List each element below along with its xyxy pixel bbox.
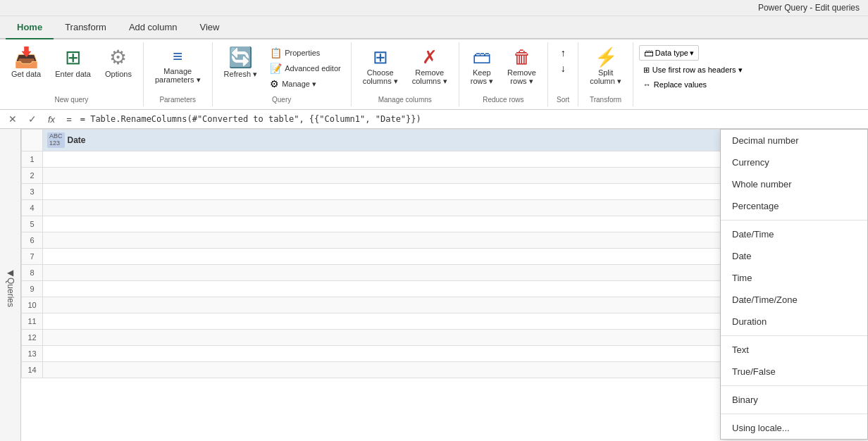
dropdown-item-truefalse[interactable]: True/False — [721, 361, 867, 383]
data-type-dropdown: Decimal numberCurrencyWhole numberPercen… — [720, 129, 868, 440]
row-number: 7 — [22, 248, 43, 264]
row-number: 8 — [22, 264, 43, 280]
remove-rows-label: Removerows ▾ — [507, 68, 536, 86]
dropdown-item-decimal[interactable]: Decimal number — [721, 130, 867, 151]
row-number: 10 — [22, 297, 43, 313]
ribbon-group-reduce-rows: 🗃 Keeprows ▾ 🗑 Removerows ▾ Reduce rows — [459, 42, 548, 106]
options-icon: ⚙ — [109, 48, 127, 68]
ribbon-group-new-query: 📥 Get data ⊞ Enter data ⚙ Options New qu… — [0, 42, 144, 106]
choose-columns-label: Choosecolumns ▾ — [363, 68, 398, 86]
queries-sidebar[interactable]: ◀ Queries — [0, 129, 21, 441]
row-number: 13 — [22, 345, 43, 361]
ribbon-query-col: 📋 Properties 📝 Advanced editor ⚙ Manage … — [266, 45, 345, 92]
dropdown-item-binary[interactable]: Binary — [721, 389, 867, 411]
properties-icon: 📋 — [270, 47, 282, 58]
tab-home[interactable]: Home — [6, 16, 54, 39]
dropdown-item-datetimezone[interactable]: Date/Time/Zone — [721, 289, 867, 311]
dropdown-item-time[interactable]: Time — [721, 267, 867, 289]
remove-columns-icon: ✗ — [422, 48, 438, 66]
tab-add-column[interactable]: Add column — [118, 16, 189, 38]
options-label: Options — [105, 70, 132, 78]
data-type-chevron: ▾ — [690, 49, 694, 58]
advanced-editor-button[interactable]: 📝 Advanced editor — [266, 61, 345, 76]
data-type-button[interactable]: 🗃 Data type ▾ — [639, 45, 699, 61]
dropdown-item-text[interactable]: Text — [721, 339, 867, 361]
properties-button[interactable]: 📋 Properties — [266, 45, 345, 61]
ribbon-group-query: 🔄 Refresh ▾ 📋 Properties 📝 Advanced edit… — [213, 42, 352, 106]
ribbon-group-transform: ⚡ Splitcolumn ▾ Transform — [578, 42, 633, 106]
enter-data-icon: ⊞ — [65, 48, 81, 68]
sort-desc-icon: ↓ — [561, 63, 566, 74]
manage-button[interactable]: ⚙ Manage ▾ — [266, 76, 345, 92]
keep-rows-icon: 🗃 — [473, 48, 491, 66]
ribbon-group-label-parameters: Parameters — [156, 94, 199, 106]
content-wrapper: ABC 123 Date ▼ 1 1/1/2019 2 1/2/2019 3 1… — [21, 129, 868, 441]
dropdown-item-date[interactable]: Date — [721, 245, 867, 267]
ribbon-group-manage-columns: ⊞ Choosecolumns ▾ ✗ Removecolumns ▾ Mana… — [352, 42, 459, 106]
options-button[interactable]: ⚙ Options — [99, 45, 137, 81]
manage-icon: ⚙ — [270, 78, 279, 89]
use-first-row-label: Use first row as headers ▾ — [652, 66, 743, 75]
ribbon-group-items-sort: ↑ ↓ — [557, 42, 570, 94]
ribbon-group-parameters: ≡ Manageparameters ▾ Parameters — [144, 42, 213, 106]
remove-rows-button[interactable]: 🗑 Removerows ▾ — [502, 45, 542, 89]
dropdown-item-percentage[interactable]: Percentage — [721, 195, 867, 217]
tab-view[interactable]: View — [189, 16, 231, 38]
choose-columns-icon: ⊞ — [373, 48, 388, 66]
dropdown-separator — [721, 385, 867, 386]
ribbon-group-items-parameters: ≡ Manageparameters ▾ — [149, 42, 206, 94]
formula-bar: ✕ ✓ fx = — [0, 110, 868, 129]
formula-cancel-button[interactable]: ✕ — [6, 112, 20, 126]
get-data-button[interactable]: 📥 Get data — [6, 45, 46, 81]
formula-eq-label: = — [63, 114, 75, 125]
row-number: 12 — [22, 329, 43, 345]
ribbon-group-sort: ↑ ↓ Sort — [548, 42, 578, 106]
tab-transform[interactable]: Transform — [54, 16, 118, 38]
use-first-row-area: ⊞ Use first row as headers ▾ ↔ Replace v… — [639, 63, 862, 91]
keep-rows-button[interactable]: 🗃 Keeprows ▾ — [465, 45, 499, 89]
get-data-icon: 📥 — [14, 48, 39, 68]
sort-asc-button[interactable]: ↑ — [557, 45, 570, 61]
dropdown-item-datetime[interactable]: Date/Time — [721, 223, 867, 245]
dropdown-item-locale[interactable]: Using locale... — [721, 417, 867, 439]
row-number: 1 — [22, 151, 43, 167]
queries-sidebar-label: Queries — [6, 278, 16, 307]
choose-columns-button[interactable]: ⊞ Choosecolumns ▾ — [357, 45, 404, 89]
main-area: ◀ Queries ABC 123 Date ▼ — [0, 129, 868, 441]
replace-values-label: Replace values — [654, 80, 707, 89]
row-number: 4 — [22, 199, 43, 216]
advanced-editor-icon: 📝 — [270, 63, 282, 74]
row-number: 5 — [22, 216, 43, 232]
sort-desc-button[interactable]: ↓ — [557, 61, 570, 76]
enter-data-button[interactable]: ⊞ Enter data — [49, 45, 97, 81]
keep-rows-label: Keeprows ▾ — [471, 68, 493, 86]
properties-label: Properties — [285, 49, 320, 57]
app-title: Power Query - Edit queries — [758, 3, 860, 13]
split-column-button[interactable]: ⚡ Splitcolumn ▾ — [584, 45, 627, 89]
formula-confirm-button[interactable]: ✓ — [25, 112, 39, 126]
dropdown-separator — [721, 335, 867, 336]
remove-columns-button[interactable]: ✗ Removecolumns ▾ — [407, 45, 453, 89]
ribbon-group-label-transform: Transform — [587, 94, 624, 106]
formula-input[interactable] — [80, 114, 862, 124]
use-first-row-button[interactable]: ⊞ Use first row as headers ▾ — [639, 63, 862, 77]
data-type-label: Data type — [655, 49, 688, 57]
formula-fx-label: fx — [45, 114, 58, 125]
ribbon-group-items-query: 🔄 Refresh ▾ 📋 Properties 📝 Advanced edit… — [218, 42, 345, 94]
dropdown-item-currency[interactable]: Currency — [721, 151, 867, 173]
ribbon-right-area: 🗃 Data type ▾ ⊞ Use first row as headers… — [639, 45, 862, 91]
replace-values-button[interactable]: ↔ Replace values — [639, 78, 862, 91]
row-number: 11 — [22, 313, 43, 329]
refresh-button[interactable]: 🔄 Refresh ▾ — [218, 45, 264, 82]
refresh-icon: 🔄 — [228, 48, 253, 68]
dropdown-item-duration[interactable]: Duration — [721, 311, 867, 333]
ribbon-group-label-sort: Sort — [554, 94, 572, 106]
queries-sidebar-chevron: ◀ — [6, 268, 16, 278]
split-column-label: Splitcolumn ▾ — [590, 68, 621, 86]
row-number: 2 — [22, 167, 43, 183]
dropdown-item-whole[interactable]: Whole number — [721, 173, 867, 195]
manage-parameters-button[interactable]: ≡ Manageparameters ▾ — [149, 45, 206, 87]
ribbon-group-items-reduce-rows: 🗃 Keeprows ▾ 🗑 Removerows ▾ — [465, 42, 542, 94]
row-number: 6 — [22, 232, 43, 248]
manage-parameters-label: Manageparameters ▾ — [155, 67, 201, 85]
